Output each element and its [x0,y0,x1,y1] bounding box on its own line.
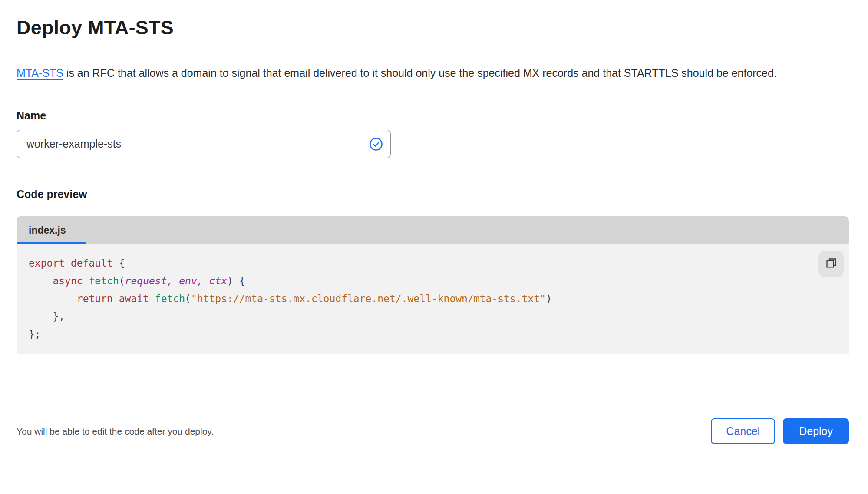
code-block: export default { async fetch(request, en… [29,254,837,343]
page-title: Deploy MTA-STS [17,16,849,40]
code-preview-panel: index.js export default { async fetch(re… [17,216,849,354]
code-line: async fetch(request, env, ctx) { [29,272,837,290]
code-line: export default { [29,254,837,272]
name-label: Name [17,109,849,122]
footer-divider [17,405,849,405]
code-line: }, [29,308,837,326]
footer-note: You will be able to edit the code after … [17,426,214,437]
code-line: }; [29,326,837,343]
footer: You will be able to edit the code after … [17,418,849,444]
name-input[interactable] [17,130,391,158]
check-circle-icon [369,137,383,151]
tab-index-js[interactable]: index.js [17,216,86,244]
mta-sts-link[interactable]: MTA-STS [17,67,63,79]
cancel-button[interactable]: Cancel [711,418,775,444]
code-line: return await fetch("https://mta-sts.mx.c… [29,290,837,308]
description-text: is an RFC that allows a domain to signal… [63,67,777,79]
copy-icon [825,257,838,271]
code-tab-bar: index.js [17,216,849,244]
deploy-button[interactable]: Deploy [783,418,849,444]
deploy-mta-sts-page: Deploy MTA-STS MTA-STS is an RFC that al… [0,16,868,494]
name-input-wrap [17,130,391,158]
description: MTA-STS is an RFC that allows a domain t… [17,63,833,83]
code-preview-label: Code preview [17,188,849,201]
copy-code-button[interactable] [818,251,844,277]
footer-actions: Cancel Deploy [711,418,849,444]
code-area: export default { async fetch(request, en… [17,244,849,354]
tab-label: index.js [29,224,66,236]
